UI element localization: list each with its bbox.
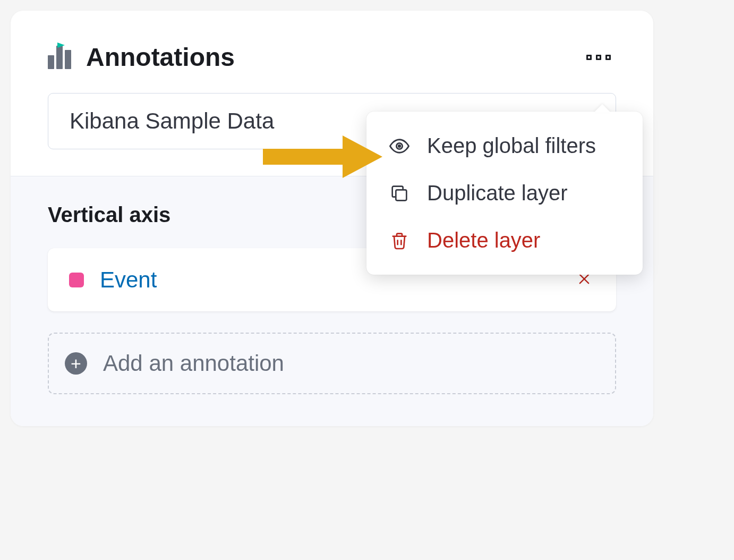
annotation-label: Event bbox=[100, 267, 157, 293]
menu-label: Delete layer bbox=[427, 228, 540, 252]
annotations-chart-icon bbox=[48, 46, 71, 69]
svg-rect-4 bbox=[396, 190, 406, 200]
menu-delete-layer[interactable]: Delete layer bbox=[366, 217, 643, 264]
menu-label: Duplicate layer bbox=[427, 181, 568, 205]
layer-actions-button[interactable] bbox=[581, 49, 616, 65]
layer-actions-menu: Keep global filters Duplicate layer bbox=[366, 112, 643, 275]
eye-icon bbox=[388, 134, 411, 158]
trash-icon bbox=[388, 229, 411, 252]
plus-icon: + bbox=[65, 352, 87, 375]
add-annotation-button[interactable]: + Add an annotation bbox=[48, 333, 616, 394]
panel-header: Annotations bbox=[11, 11, 653, 93]
add-annotation-label: Add an annotation bbox=[103, 351, 284, 376]
svg-point-3 bbox=[398, 145, 400, 147]
annotations-panel: Annotations Kibana Sample Data Vertical … bbox=[11, 11, 653, 426]
title-group: Annotations bbox=[48, 43, 235, 72]
annotation-item-left: Event bbox=[69, 267, 157, 293]
panel-title: Annotations bbox=[86, 43, 235, 72]
data-source-value: Kibana Sample Data bbox=[70, 108, 274, 133]
menu-keep-global-filters[interactable]: Keep global filters bbox=[366, 122, 643, 169]
menu-label: Keep global filters bbox=[427, 134, 596, 158]
copy-icon bbox=[388, 182, 411, 205]
annotation-color-swatch bbox=[69, 273, 84, 287]
menu-duplicate-layer[interactable]: Duplicate layer bbox=[366, 169, 643, 217]
